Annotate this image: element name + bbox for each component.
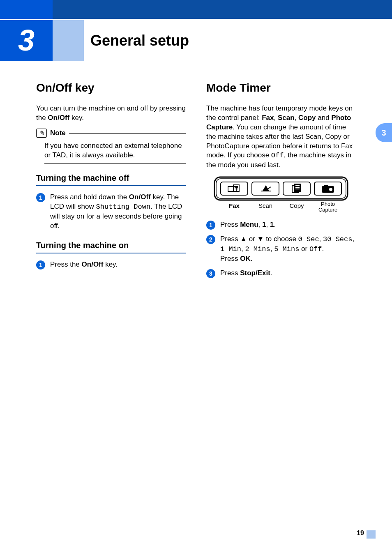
page-number-accent [367, 530, 376, 539]
header-bar [0, 0, 392, 19]
control-panel-illustration: Fax Scan Copy Photo Capture [213, 176, 349, 214]
up-arrow-icon: ▲ [240, 235, 247, 243]
svg-rect-20 [324, 185, 328, 187]
svg-text:Photo: Photo [321, 201, 335, 207]
down-arrow-icon: ▼ [257, 235, 264, 243]
note-icon: ✎ [36, 129, 47, 138]
thumb-index-tab: 3 [376, 123, 392, 142]
svg-text:Capture: Capture [318, 207, 337, 213]
heading-turning-off: Turning the machine off [36, 173, 186, 186]
heading-on-off-key: On/Off key [36, 80, 186, 96]
step-number-icon: 1 [206, 221, 215, 230]
chapter-accent [53, 20, 84, 61]
page-number: 19 [357, 529, 364, 538]
svg-rect-2 [221, 182, 248, 195]
svg-text:Copy: Copy [289, 202, 304, 209]
step-number-icon: 1 [36, 260, 45, 269]
svg-text:Fax: Fax [229, 202, 240, 209]
svg-text:Scan: Scan [258, 202, 272, 209]
note-body: If you have connected an external teleph… [44, 141, 186, 164]
step-number-icon: 2 [206, 235, 215, 244]
step-number-icon: 1 [36, 193, 45, 202]
svg-point-21 [329, 188, 332, 191]
heading-mode-timer: Mode Timer [206, 80, 356, 96]
mode-timer-step-1: 1 Press Menu, 1, 1. [206, 220, 356, 230]
heading-turning-on: Turning the machine on [36, 240, 186, 253]
mode-timer-step-2: 2 Press ▲ or ▼ to choose 0 Sec, 30 Secs,… [206, 235, 356, 264]
chapter-number: 3 [0, 20, 53, 61]
step-number-icon: 3 [206, 269, 215, 278]
right-column: Mode Timer The machine has four temporar… [206, 80, 356, 283]
step-off-1: 1 Press and hold down the On/Off key. Th… [36, 193, 186, 231]
note-block: ✎ Note If you have connected an external… [36, 129, 186, 164]
chapter-title: General setup [90, 31, 189, 51]
mode-timer-step-3: 3 Press Stop/Exit. [206, 269, 356, 278]
chapter-heading: 3 General setup [0, 20, 189, 61]
step-on-1: 1 Press the On/Off key. [36, 260, 186, 269]
mode-timer-intro: The machine has four temporary mode keys… [206, 104, 356, 170]
note-label: Note [50, 129, 66, 138]
left-column: On/Off key You can turn the machine on a… [36, 80, 186, 283]
on-off-intro: You can turn the machine on and off by p… [36, 104, 186, 123]
